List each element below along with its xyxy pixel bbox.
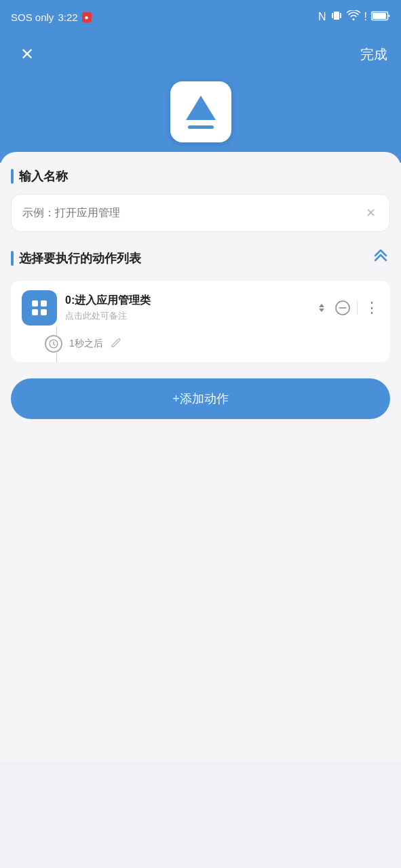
main-card: 输入名称 ✕ 选择要执行的动作列表 [0, 152, 401, 762]
action-icon-box [22, 290, 57, 326]
timer-icon [45, 335, 62, 353]
svg-rect-2 [340, 13, 341, 18]
timer-edit-icon[interactable] [110, 336, 122, 351]
accent-bar-2 [11, 251, 14, 266]
timer-row: 1秒之后 [39, 335, 379, 353]
accent-bar [11, 169, 14, 184]
add-action-button[interactable]: +添加动作 [11, 378, 390, 419]
sos-badge: ● [82, 12, 92, 22]
action-controls: ⋮ [315, 299, 379, 317]
icon-dot-3 [32, 309, 38, 315]
signal-icon: ! [364, 11, 367, 23]
input-clear-icon[interactable]: ✕ [363, 203, 379, 223]
timer-text: 1秒之后 [69, 338, 103, 350]
icon-dot-2 [41, 300, 47, 307]
vibrate-icon [330, 9, 343, 24]
more-options-button[interactable]: ⋮ [364, 299, 379, 317]
battery-icon [371, 11, 390, 24]
svg-rect-4 [373, 13, 386, 19]
collapse-button[interactable] [371, 247, 390, 270]
status-left: SOS only 3:22 ● [11, 12, 92, 23]
remove-action-button[interactable] [335, 300, 350, 315]
action-list-header: 选择要执行的动作列表 [11, 247, 390, 270]
action-info: 0:进入应用管理类 点击此处可备注 [65, 294, 307, 322]
timer-container: 1秒之后 [22, 335, 379, 353]
close-button[interactable]: ✕ [14, 41, 41, 68]
name-input[interactable] [22, 207, 363, 219]
sos-text: SOS only [11, 12, 54, 23]
timer-line-bottom [56, 353, 57, 362]
done-button[interactable]: 完成 [360, 45, 387, 64]
section-actions-label: 选择要执行的动作列表 [11, 250, 141, 267]
svg-rect-0 [334, 12, 339, 20]
ctrl-divider [357, 301, 358, 315]
section-name-label: 输入名称 [11, 168, 390, 184]
svg-rect-1 [332, 13, 333, 18]
icon-dot-4 [41, 309, 47, 315]
section-name-title: 输入名称 [19, 168, 68, 184]
action-icon-grid [32, 300, 47, 315]
nfc-icon: N [318, 11, 326, 23]
action-title: 0:进入应用管理类 [65, 294, 307, 308]
section-actions-title: 选择要执行的动作列表 [19, 250, 141, 267]
action-item-row: 0:进入应用管理类 点击此处可备注 [22, 290, 379, 326]
status-icons: N ! [318, 9, 390, 24]
status-bar: SOS only 3:22 ● N ! [0, 0, 401, 34]
app-icon-area [0, 75, 401, 163]
icon-dot-1 [32, 300, 38, 307]
action-note[interactable]: 点击此处可备注 [65, 310, 307, 322]
app-icon-bar [188, 125, 214, 129]
app-icon [170, 81, 231, 142]
app-icon-triangle [186, 96, 216, 120]
time-text: 3:22 [58, 12, 77, 23]
sort-handle[interactable] [315, 301, 328, 315]
header-bar: ✕ 完成 [0, 34, 401, 75]
name-input-container[interactable]: ✕ [11, 194, 390, 232]
action-item-card: 0:进入应用管理类 点击此处可备注 [11, 281, 390, 362]
wifi-icon [347, 10, 360, 24]
timer-line-top [56, 327, 57, 335]
